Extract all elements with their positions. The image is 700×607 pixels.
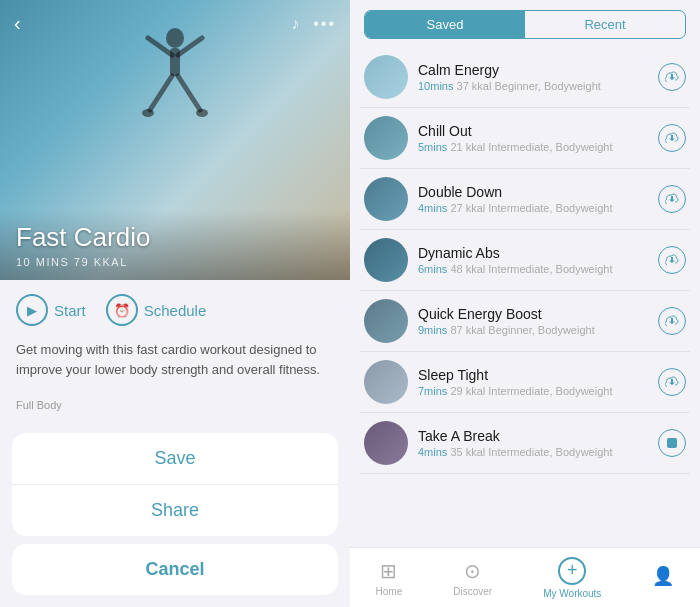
bottom-nav: ⊞ Home ⊙ Discover + My Workouts 👤 — [350, 547, 700, 607]
action-buttons-row: ▶ Start ⏰ Schedule — [16, 294, 334, 326]
workout-info: Calm Energy10mins 37 kkal Beginner, Body… — [418, 62, 648, 92]
workout-stats: 10 MINS 79 KKAL — [16, 256, 334, 268]
workout-meta: 4mins 35 kkal Intermediate, Bodyweight — [418, 446, 648, 458]
category-label: Full Body — [16, 395, 334, 415]
list-item[interactable]: Calm Energy10mins 37 kkal Beginner, Body… — [360, 47, 690, 108]
list-item[interactable]: Quick Energy Boost9mins 87 kkal Beginner… — [360, 291, 690, 352]
stop-icon — [667, 438, 677, 448]
workout-meta: 4mins 27 kkal Intermediate, Bodyweight — [418, 202, 648, 214]
profile-icon: 👤 — [652, 565, 674, 587]
download-button[interactable] — [658, 246, 686, 274]
svg-point-7 — [196, 109, 208, 117]
hero-top-icons: ‹ ♪ ••• — [0, 12, 350, 35]
workout-description: Get moving with this fast cardio workout… — [16, 340, 334, 379]
nav-home[interactable]: ⊞ Home — [376, 559, 403, 597]
hero-background: ‹ ♪ ••• Fast Cardio 10 MINS 79 KKAL — [0, 0, 350, 280]
workout-meta: 6mins 48 kkal Intermediate, Bodyweight — [418, 263, 648, 275]
download-button[interactable] — [658, 63, 686, 91]
tab-saved[interactable]: Saved — [365, 11, 525, 38]
download-button[interactable] — [658, 185, 686, 213]
tabs-container: Saved Recent — [350, 0, 700, 47]
download-button[interactable] — [658, 368, 686, 396]
nav-profile[interactable]: 👤 — [652, 565, 674, 590]
back-icon[interactable]: ‹ — [14, 12, 21, 35]
start-button[interactable]: ▶ Start — [16, 294, 86, 326]
discover-icon: ⊙ — [464, 559, 481, 583]
action-sheet: Save Share Cancel — [0, 433, 350, 607]
workout-info: Quick Energy Boost9mins 87 kkal Beginner… — [418, 306, 648, 336]
workout-name: Sleep Tight — [418, 367, 648, 383]
workout-thumbnail — [364, 299, 408, 343]
workout-name: Double Down — [418, 184, 648, 200]
workout-info: Sleep Tight7mins 29 kkal Intermediate, B… — [418, 367, 648, 397]
workout-name: Dynamic Abs — [418, 245, 648, 261]
workout-thumbnail — [364, 116, 408, 160]
nav-home-label: Home — [376, 586, 403, 597]
list-item[interactable]: Dynamic Abs6mins 48 kkal Intermediate, B… — [360, 230, 690, 291]
workout-title: Fast Cardio — [16, 222, 334, 253]
workout-meta: 10mins 37 kkal Beginner, Bodyweight — [418, 80, 648, 92]
action-sheet-group: Save Share — [12, 433, 338, 536]
svg-line-4 — [150, 76, 172, 110]
nav-discover-label: Discover — [453, 586, 492, 597]
music-icon[interactable]: ♪ — [291, 15, 299, 33]
tab-recent[interactable]: Recent — [525, 11, 685, 38]
right-panel: Saved Recent Calm Energy10mins 37 kkal B… — [350, 0, 700, 607]
workout-info: Take A Break4mins 35 kkal Intermediate, … — [418, 428, 648, 458]
tabs-row: Saved Recent — [364, 10, 686, 39]
nav-my-workouts-label: My Workouts — [543, 588, 601, 599]
hero-image — [130, 20, 220, 160]
start-icon: ▶ — [16, 294, 48, 326]
workout-meta: 5mins 21 kkal Intermediate, Bodyweight — [418, 141, 648, 153]
workout-meta: 7mins 29 kkal Intermediate, Bodyweight — [418, 385, 648, 397]
my-workouts-icon: + — [558, 557, 586, 585]
workout-name: Chill Out — [418, 123, 648, 139]
cancel-button[interactable]: Cancel — [12, 544, 338, 595]
svg-line-5 — [178, 76, 200, 110]
workout-info: Dynamic Abs6mins 48 kkal Intermediate, B… — [418, 245, 648, 275]
list-item[interactable]: Take A Break4mins 35 kkal Intermediate, … — [360, 413, 690, 474]
workout-info: Double Down4mins 27 kkal Intermediate, B… — [418, 184, 648, 214]
nav-discover[interactable]: ⊙ Discover — [453, 559, 492, 597]
hero-title-area: Fast Cardio 10 MINS 79 KKAL — [0, 210, 350, 280]
save-button[interactable]: Save — [12, 433, 338, 485]
workout-thumbnail — [364, 238, 408, 282]
workout-thumbnail — [364, 360, 408, 404]
list-item[interactable]: Sleep Tight7mins 29 kkal Intermediate, B… — [360, 352, 690, 413]
stop-button[interactable] — [658, 429, 686, 457]
schedule-button[interactable]: ⏰ Schedule — [106, 294, 207, 326]
workout-name: Calm Energy — [418, 62, 648, 78]
home-icon: ⊞ — [380, 559, 397, 583]
start-label: Start — [54, 302, 86, 319]
more-icon[interactable]: ••• — [313, 15, 336, 33]
left-panel: ‹ ♪ ••• Fast Cardio 10 MINS 79 KKAL ▶ St… — [0, 0, 350, 607]
svg-point-6 — [142, 109, 154, 117]
workout-meta: 9mins 87 kkal Beginner, Bodyweight — [418, 324, 648, 336]
list-item[interactable]: Double Down4mins 27 kkal Intermediate, B… — [360, 169, 690, 230]
share-button[interactable]: Share — [12, 485, 338, 536]
nav-my-workouts[interactable]: + My Workouts — [543, 557, 601, 599]
schedule-icon: ⏰ — [106, 294, 138, 326]
workout-thumbnail — [364, 177, 408, 221]
workout-name: Take A Break — [418, 428, 648, 444]
workout-thumbnail — [364, 421, 408, 465]
list-item[interactable]: Chill Out5mins 21 kkal Intermediate, Bod… — [360, 108, 690, 169]
schedule-label: Schedule — [144, 302, 207, 319]
download-button[interactable] — [658, 307, 686, 335]
workout-info: Chill Out5mins 21 kkal Intermediate, Bod… — [418, 123, 648, 153]
workout-list: Calm Energy10mins 37 kkal Beginner, Body… — [350, 47, 700, 547]
workout-thumbnail — [364, 55, 408, 99]
workout-name: Quick Energy Boost — [418, 306, 648, 322]
download-button[interactable] — [658, 124, 686, 152]
